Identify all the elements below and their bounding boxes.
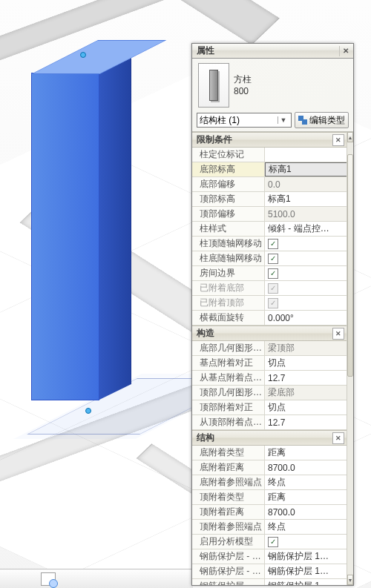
property-row[interactable]: 房间边界✓ [192,266,347,281]
property-label: 顶部偏移 [192,207,265,221]
property-row[interactable]: 顶部偏移5100.0 [192,207,347,222]
property-value[interactable] [265,148,347,162]
property-value[interactable]: 0.000° [265,311,347,325]
property-row[interactable]: 钢筋保护层 - …钢筋保护层 1… [192,564,347,579]
instance-selector[interactable]: 结构柱 (1) ▼ [197,113,292,128]
property-grid: 限制条件✕柱定位标记底部标高标高1底部偏移0.0顶部标高标高1顶部偏移5100.… [192,132,353,585]
property-value[interactable]: 切点 [265,356,347,370]
checkbox[interactable]: ✓ [268,268,278,279]
property-value[interactable]: ✓ [265,237,347,251]
property-label: 底部偏移 [192,177,265,191]
collapse-icon[interactable]: ✕ [332,134,344,146]
drag-handle-bottom[interactable] [85,408,91,414]
property-value[interactable]: 钢筋保护层 1… [265,579,347,585]
property-label: 柱顶随轴网移动 [192,237,265,251]
property-value[interactable]: 12.7 [265,415,347,429]
property-row[interactable]: 顶附着距离8700.0 [192,505,347,520]
property-label: 底附着距离 [192,460,265,475]
checkbox[interactable]: ✓ [268,537,278,547]
checkbox[interactable]: ✓ [268,239,278,249]
property-row[interactable]: 基点附着对正切点 [192,356,347,371]
property-value[interactable]: ✓ [265,296,347,310]
beam [152,0,280,45]
property-value[interactable]: 12.7 [265,371,347,385]
filter-icon[interactable] [41,572,56,586]
property-value[interactable]: 距离 [265,446,347,460]
property-value[interactable]: 钢筋保护层 1… [265,564,347,578]
drag-handle-top[interactable] [80,52,86,58]
chevron-down-icon: ▼ [278,116,289,124]
property-label: 柱底随轴网移动 [192,251,265,265]
property-row[interactable]: 顶部附着对正切点 [192,400,347,415]
property-value[interactable]: 终点 [265,475,347,489]
edit-type-button[interactable]: 编辑类型 [295,112,349,128]
property-row[interactable]: 底部几何图形…梁顶部 [192,341,347,356]
property-label: 顶部标高 [192,192,265,206]
scroll-thumb[interactable] [347,154,353,377]
edit-type-label: 编辑类型 [309,114,345,127]
type-thumbnail[interactable] [198,63,229,108]
structure-section[interactable]: 结构✕ [192,430,347,446]
vertical-scrollbar[interactable]: ▲ ▼ [347,132,353,585]
property-row[interactable]: 顶附着类型距离 [192,490,347,505]
property-row[interactable]: 钢筋保护层 - …钢筋保护层 1… [192,549,347,564]
property-value[interactable]: 切点 [265,400,347,414]
property-value[interactable]: 终点 [265,520,347,534]
property-row[interactable]: 底附着距离8700.0 [192,460,347,475]
property-label: 从基点附着点… [192,371,265,385]
property-row[interactable]: 从顶部附着点…12.7 [192,415,347,430]
property-value[interactable]: 标高1 [265,192,347,206]
property-label: 房间边界 [192,266,265,280]
property-row[interactable]: 柱定位标记 [192,148,347,162]
column-top-face [31,40,166,74]
structure-section-label: 结构 [197,432,214,444]
property-row[interactable]: 柱底随轴网移动✓ [192,251,347,266]
panel-titlebar[interactable]: 属性 ✕ [192,44,353,59]
collapse-icon[interactable]: ✕ [332,328,344,340]
property-value[interactable]: ✓ [265,251,347,265]
property-value[interactable]: ✓ [265,535,347,549]
checkbox[interactable]: ✓ [268,254,278,264]
property-row[interactable]: 底附着类型距离 [192,446,347,460]
property-row[interactable]: 底附着参照端点终点 [192,475,347,490]
scroll-up-button[interactable]: ▲ [347,132,353,142]
property-label: 钢筋保护层 - … [192,549,265,564]
property-value[interactable]: 倾斜 - 端点控… [265,222,347,236]
property-row[interactable]: 已附着底部✓ [192,281,347,296]
property-value[interactable]: 8700.0 [265,505,347,519]
checkbox: ✓ [268,283,278,294]
property-row[interactable]: 顶部标高标高1 [192,192,347,207]
property-value: 梁顶部 [265,341,347,355]
property-label: 柱定位标记 [192,148,265,162]
property-label: 横截面旋转 [192,311,265,325]
property-label: 底附着类型 [192,446,265,460]
property-label: 顶附着参照端点 [192,520,265,534]
property-row[interactable]: 底部偏移0.0 [192,177,347,192]
property-value[interactable]: 距离 [265,490,347,504]
property-label: 启用分析模型 [192,535,265,549]
property-value[interactable]: 8700.0 [265,460,347,475]
constraints-section[interactable]: 限制条件✕ [192,132,347,148]
collapse-icon[interactable]: ✕ [332,432,344,444]
property-value[interactable]: 标高1 [265,162,347,176]
status-bar [0,569,193,588]
property-value[interactable]: 钢筋保护层 1… [265,549,347,564]
property-row[interactable]: 顶部几何图形…梁底部 [192,386,347,400]
property-value[interactable]: ✓ [265,266,347,280]
panel-title: 属性 [197,44,214,57]
property-row[interactable]: 启用分析模型✓ [192,535,347,549]
property-row[interactable]: 柱样式倾斜 - 端点控… [192,222,347,237]
property-row[interactable]: 顶附着参照端点终点 [192,520,347,535]
construction-section[interactable]: 构造✕ [192,326,347,341]
property-label: 顶部附着对正 [192,400,265,414]
property-row[interactable]: 横截面旋转0.000° [192,311,347,326]
property-row[interactable]: 柱顶随轴网移动✓ [192,237,347,251]
panel-close-button[interactable]: ✕ [339,46,352,56]
construction-section-label: 构造 [197,327,214,340]
property-row[interactable]: 已附着顶部✓ [192,296,347,311]
property-row[interactable]: 底部标高标高1 [192,162,347,177]
scroll-down-button[interactable]: ▼ [347,575,353,585]
property-row[interactable]: 从基点附着点…12.7 [192,371,347,386]
property-value[interactable]: ✓ [265,281,347,295]
property-row[interactable]: 钢筋保护层 - …钢筋保护层 1… [192,579,347,585]
